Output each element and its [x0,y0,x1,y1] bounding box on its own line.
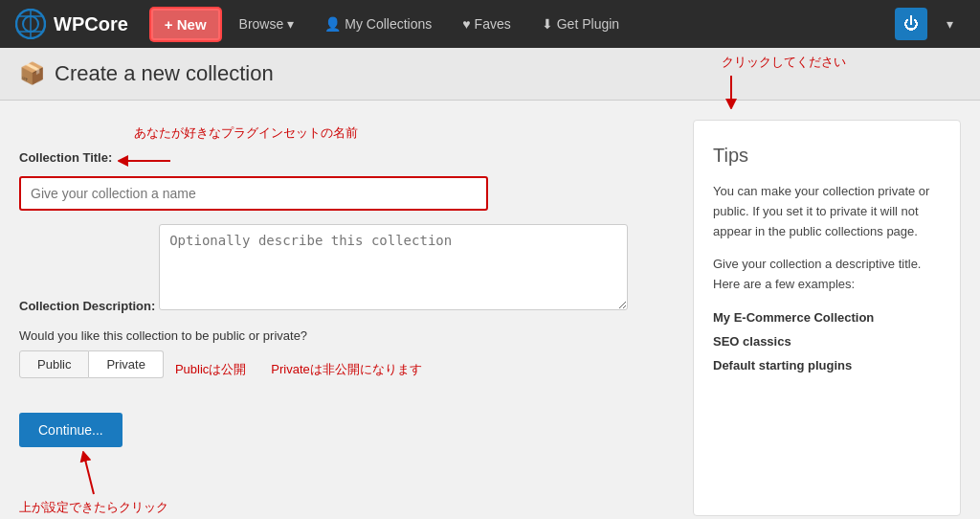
logo-text: WPCore [54,13,128,35]
my-collections-button[interactable]: 👤 My Collections [313,11,443,37]
public-private-annotation: Publicは公開 Privateは非公開になります [175,361,422,378]
heart-icon: ♥ [462,16,470,32]
private-button[interactable]: Private [89,350,163,378]
arrow-to-title [118,152,175,169]
header: WPCore + New Browse ▾ 👤 My Collections ♥… [0,0,980,48]
page-title: Create a new collection [55,61,274,86]
visibility-buttons: Public Private [19,350,164,378]
tips-example-3: Default starting plugins [713,356,941,376]
public-button[interactable]: Public [19,350,89,378]
svg-line-8 [84,456,94,494]
visibility-question: Would you like this collection to be pub… [19,328,674,343]
collection-icon: 📦 [19,61,45,86]
continue-button[interactable]: Continue... [19,413,122,447]
logo-area: WPCore [15,9,128,39]
name-annotation: あなたが好きなプラグインセットの名前 [134,124,358,142]
tips-examples: My E-Commerce Collection SEO classics De… [713,308,941,375]
power-button[interactable]: ⏻ [895,8,927,40]
get-plugin-button[interactable]: ⬇ Get Plugin [530,11,631,37]
tips-paragraph-1: You can make your collection private or … [713,182,941,241]
tips-example-1: My E-Commerce Collection [713,308,941,328]
main-content: あなたが好きなプラグインセットの名前 Collection Title: [0,101,980,519]
form-section: あなたが好きなプラグインセットの名前 Collection Title: [19,120,674,516]
tips-title: Tips [713,140,941,170]
tips-section: Tips You can make your collection privat… [693,120,961,516]
wpcore-logo-icon [15,9,46,39]
new-button[interactable]: + New [151,9,220,40]
collection-description-textarea[interactable] [159,224,628,310]
user-dropdown-button[interactable]: ▾ [935,11,965,37]
page-header: 📦 Create a new collection [0,48,980,101]
collections-icon: 👤 [324,16,341,32]
download-icon: ⬇ [542,16,553,32]
collection-title-input[interactable] [19,176,488,211]
chevron-down-icon: ▾ [287,16,294,32]
collection-title-label: Collection Title: [19,150,112,165]
faves-button[interactable]: ♥ Faves [451,11,522,37]
arrow-to-continue [56,451,132,499]
tips-paragraph-2: Give your collection a descriptive title… [713,255,941,295]
continue-annotation: 上が設定できたらクリック [19,499,168,516]
collection-description-label: Collection Description: [19,299,155,313]
tips-example-2: SEO classics [713,332,941,352]
browse-button[interactable]: Browse ▾ [228,11,306,37]
power-icon: ⏻ [903,15,919,33]
chevron-down-icon: ▾ [947,16,953,32]
